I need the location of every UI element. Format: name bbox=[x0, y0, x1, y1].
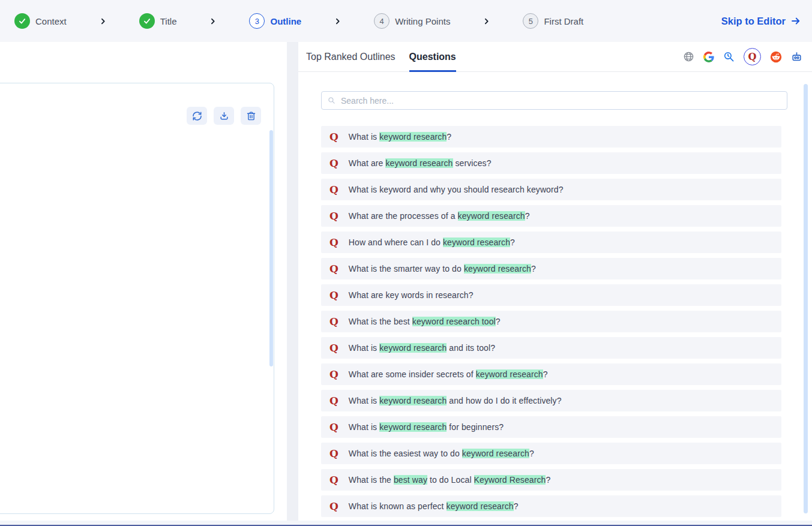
keyword-highlight: keyword research bbox=[462, 449, 529, 458]
quora-q-icon: Q bbox=[329, 185, 338, 195]
questions-content: QWhat is keyword research?QWhat are keyw… bbox=[298, 72, 812, 517]
left-scrollbar-thumb[interactable] bbox=[269, 130, 273, 366]
question-text: What is known as perfect keyword researc… bbox=[349, 501, 519, 511]
quora-q-icon: Q bbox=[329, 238, 338, 248]
keyword-highlight: keyword research bbox=[379, 396, 447, 405]
keyword-highlight: keyword research bbox=[443, 238, 510, 247]
question-text: What are the processes of a keyword rese… bbox=[349, 211, 530, 221]
question-row[interactable]: QWhat is keyword research for beginners? bbox=[321, 416, 781, 438]
tab-top-ranked-outlines[interactable]: Top Ranked Outlines bbox=[306, 42, 395, 71]
download-button[interactable] bbox=[214, 107, 234, 125]
check-circle-icon bbox=[139, 13, 155, 29]
question-text: What is the best keyword research tool? bbox=[349, 317, 501, 326]
quora-q-icon: Q bbox=[329, 158, 338, 169]
quora-q-icon: Q bbox=[329, 501, 338, 512]
question-text: What is keyword research for beginners? bbox=[349, 422, 504, 432]
right-scrollbar-thumb[interactable] bbox=[804, 84, 808, 513]
skip-to-editor-link[interactable]: Skip to Editor bbox=[721, 16, 801, 27]
question-row[interactable]: QHow and where can I do keyword research… bbox=[321, 232, 781, 253]
question-row[interactable]: QWhat is keyword and why you should rese… bbox=[321, 179, 781, 200]
question-row[interactable]: QWhat is keyword research? bbox=[321, 126, 781, 148]
step-title-label: Title bbox=[160, 16, 177, 26]
keyword-highlight: keyword research bbox=[385, 158, 453, 168]
quora-q-glyph: Q bbox=[748, 52, 757, 62]
question-row[interactable]: QWhat is known as perfect keyword resear… bbox=[321, 495, 781, 517]
questions-list: QWhat is keyword research?QWhat are keyw… bbox=[321, 126, 812, 517]
question-text: What is keyword research? bbox=[349, 132, 451, 142]
tab-top-ranked-outlines-label: Top Ranked Outlines bbox=[306, 52, 395, 62]
question-row[interactable]: QWhat are some insider secrets of keywor… bbox=[321, 363, 781, 385]
research-panel: Top Ranked Outlines Questions bbox=[298, 42, 812, 521]
quora-q-icon: Q bbox=[329, 264, 338, 274]
step-first-draft-label: First Draft bbox=[544, 16, 583, 26]
source-filter-icons: Q bbox=[683, 48, 802, 65]
question-text: What is the best way to do Local Keyword… bbox=[349, 475, 551, 485]
question-row[interactable]: QWhat is the easiest way to do keyword r… bbox=[321, 443, 781, 464]
quora-q-icon: Q bbox=[329, 211, 338, 221]
step-writing-points[interactable]: 4 Writing Points bbox=[374, 13, 450, 29]
question-text: What is the smarter way to do keyword re… bbox=[349, 264, 536, 273]
delete-button[interactable] bbox=[241, 107, 261, 125]
reddit-icon[interactable] bbox=[770, 51, 782, 63]
globe-icon[interactable] bbox=[683, 51, 694, 62]
step-first-draft[interactable]: 5 First Draft bbox=[523, 13, 583, 29]
question-text: What are key words in research? bbox=[349, 290, 474, 300]
quora-q-icon: Q bbox=[329, 369, 338, 380]
question-row[interactable]: QWhat is the best keyword research tool? bbox=[321, 311, 781, 332]
keyword-highlight: keyword research bbox=[464, 264, 531, 273]
quora-q-icon: Q bbox=[329, 449, 338, 459]
question-row[interactable]: QWhat are the processes of a keyword res… bbox=[321, 205, 781, 227]
question-text: What is the easiest way to do keyword re… bbox=[349, 449, 534, 458]
step-outline[interactable]: 3 Outline bbox=[249, 13, 301, 29]
step-context[interactable]: Context bbox=[14, 13, 67, 29]
question-row[interactable]: QWhat are keyword research services? bbox=[321, 152, 781, 174]
tab-questions[interactable]: Questions bbox=[409, 42, 456, 71]
keyword-highlight: keyword research bbox=[379, 343, 447, 353]
outline-toolbar bbox=[187, 107, 261, 125]
trash-icon bbox=[246, 111, 256, 121]
question-row[interactable]: QWhat is the best way to do Local Keywor… bbox=[321, 469, 781, 491]
step-writing-points-label: Writing Points bbox=[395, 16, 450, 26]
main-area: Top Ranked Outlines Questions bbox=[0, 42, 812, 521]
search-input[interactable] bbox=[340, 95, 781, 106]
keyword-highlight: best way bbox=[394, 475, 427, 485]
search-bar[interactable] bbox=[321, 91, 787, 110]
question-row[interactable]: QWhat is keyword research and its tool? bbox=[321, 337, 781, 359]
quora-q-icon: Q bbox=[329, 290, 338, 300]
step-number-badge: 4 bbox=[374, 13, 389, 29]
keyword-highlight: Keyword Research bbox=[474, 475, 546, 485]
search-insights-icon[interactable] bbox=[723, 51, 735, 62]
keyword-highlight: keyword research bbox=[379, 132, 447, 142]
question-text: What is keyword research and its tool? bbox=[349, 343, 495, 353]
step-context-label: Context bbox=[35, 16, 67, 26]
research-tabbar: Top Ranked Outlines Questions bbox=[298, 42, 812, 72]
quora-q-icon: Q bbox=[329, 422, 338, 432]
quora-q-icon: Q bbox=[329, 475, 338, 485]
keyword-highlight: keyword research bbox=[476, 369, 543, 379]
refresh-button[interactable] bbox=[187, 107, 207, 125]
question-row[interactable]: QWhat are key words in research? bbox=[321, 284, 781, 306]
step-number-badge: 5 bbox=[523, 13, 538, 29]
wizard-stepper-header: Context Title 3 Outline 4 Writing Points… bbox=[0, 0, 812, 42]
skip-to-editor-label: Skip to Editor bbox=[721, 16, 786, 27]
tab-questions-label: Questions bbox=[409, 52, 456, 62]
arrow-right-icon bbox=[790, 16, 801, 26]
quora-q-icon: Q bbox=[329, 396, 338, 406]
robot-icon[interactable] bbox=[791, 51, 802, 62]
question-row[interactable]: QWhat is keyword research and how do I d… bbox=[321, 390, 781, 411]
keyword-highlight: keyword research tool bbox=[412, 317, 496, 326]
quora-icon[interactable]: Q bbox=[744, 48, 761, 65]
chevron-right-icon bbox=[483, 17, 490, 25]
keyword-highlight: keyword research bbox=[458, 211, 525, 221]
download-icon bbox=[219, 111, 229, 121]
question-row[interactable]: QWhat is the smarter way to do keyword r… bbox=[321, 258, 781, 279]
check-circle-icon bbox=[14, 13, 30, 29]
step-title[interactable]: Title bbox=[139, 13, 177, 29]
question-text: What is keyword research and how do I do… bbox=[349, 396, 562, 405]
chevron-right-icon bbox=[99, 17, 107, 25]
quora-q-icon: Q bbox=[329, 317, 338, 327]
question-text: What are keyword research services? bbox=[349, 158, 492, 168]
question-text: How and where can I do keyword research? bbox=[349, 238, 515, 247]
google-icon[interactable] bbox=[703, 52, 714, 62]
chevron-right-icon bbox=[334, 17, 341, 25]
